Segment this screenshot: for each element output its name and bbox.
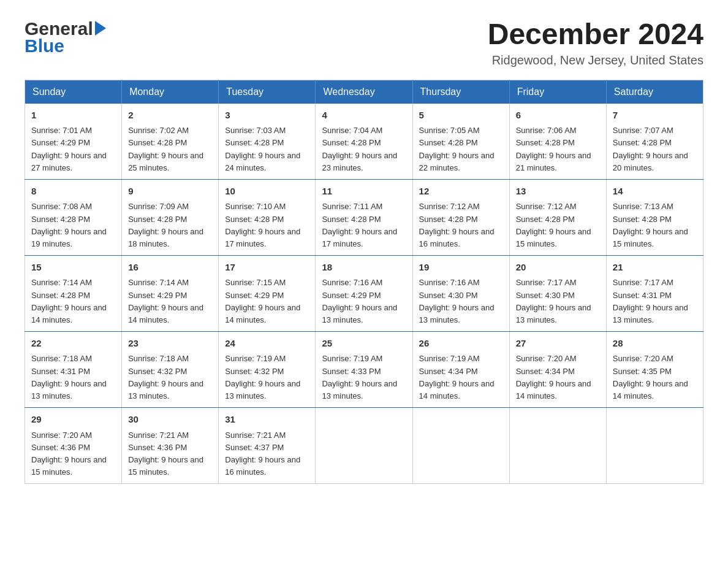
calendar-week-row: 1 Sunrise: 7:01 AMSunset: 4:29 PMDayligh… xyxy=(25,104,703,180)
day-info: Sunrise: 7:02 AMSunset: 4:28 PMDaylight:… xyxy=(128,126,203,172)
col-sunday: Sunday xyxy=(25,80,122,104)
day-info: Sunrise: 7:09 AMSunset: 4:28 PMDaylight:… xyxy=(128,202,203,248)
day-number: 23 xyxy=(128,337,212,351)
calendar-week-row: 29 Sunrise: 7:20 AMSunset: 4:36 PMDaylig… xyxy=(25,408,703,484)
day-info: Sunrise: 7:17 AMSunset: 4:31 PMDaylight:… xyxy=(613,278,688,324)
calendar-day-cell: 2 Sunrise: 7:02 AMSunset: 4:28 PMDayligh… xyxy=(122,104,219,180)
col-wednesday: Wednesday xyxy=(316,80,412,104)
day-number: 12 xyxy=(419,185,503,199)
day-number: 28 xyxy=(613,337,697,351)
day-number: 27 xyxy=(516,337,600,351)
day-number: 17 xyxy=(225,261,309,275)
day-number: 29 xyxy=(31,413,115,427)
calendar-day-cell: 21 Sunrise: 7:17 AMSunset: 4:31 PMDaylig… xyxy=(606,255,703,331)
day-number: 20 xyxy=(516,261,600,275)
day-info: Sunrise: 7:16 AMSunset: 4:29 PMDaylight:… xyxy=(322,278,397,324)
day-number: 14 xyxy=(613,185,697,199)
day-number: 1 xyxy=(31,109,115,123)
calendar-day-cell xyxy=(509,408,606,484)
day-number: 31 xyxy=(225,413,309,427)
logo-arrow-icon xyxy=(95,21,106,36)
day-number: 22 xyxy=(31,337,115,351)
day-info: Sunrise: 7:06 AMSunset: 4:28 PMDaylight:… xyxy=(516,126,591,172)
day-number: 7 xyxy=(613,109,697,123)
day-number: 4 xyxy=(322,109,406,123)
day-info: Sunrise: 7:03 AMSunset: 4:28 PMDaylight:… xyxy=(225,126,300,172)
col-thursday: Thursday xyxy=(412,80,509,104)
col-tuesday: Tuesday xyxy=(219,80,316,104)
header: General Blue December 2024 Ridgewood, Ne… xyxy=(25,18,703,67)
calendar-day-cell: 4 Sunrise: 7:04 AMSunset: 4:28 PMDayligh… xyxy=(316,104,412,180)
calendar-day-cell: 19 Sunrise: 7:16 AMSunset: 4:30 PMDaylig… xyxy=(412,255,509,331)
day-info: Sunrise: 7:14 AMSunset: 4:29 PMDaylight:… xyxy=(128,278,203,324)
day-number: 19 xyxy=(419,261,503,275)
day-number: 9 xyxy=(128,185,212,199)
calendar-day-cell: 13 Sunrise: 7:12 AMSunset: 4:28 PMDaylig… xyxy=(509,179,606,255)
calendar-day-cell: 16 Sunrise: 7:14 AMSunset: 4:29 PMDaylig… xyxy=(122,255,219,331)
day-info: Sunrise: 7:08 AMSunset: 4:28 PMDaylight:… xyxy=(31,202,107,248)
day-info: Sunrise: 7:13 AMSunset: 4:28 PMDaylight:… xyxy=(613,202,688,248)
calendar-day-cell: 31 Sunrise: 7:21 AMSunset: 4:37 PMDaylig… xyxy=(219,408,316,484)
calendar-day-cell: 23 Sunrise: 7:18 AMSunset: 4:32 PMDaylig… xyxy=(122,331,219,407)
calendar-week-row: 22 Sunrise: 7:18 AMSunset: 4:31 PMDaylig… xyxy=(25,331,703,407)
day-number: 11 xyxy=(322,185,406,199)
calendar-day-cell: 10 Sunrise: 7:10 AMSunset: 4:28 PMDaylig… xyxy=(219,179,316,255)
calendar-day-cell: 26 Sunrise: 7:19 AMSunset: 4:34 PMDaylig… xyxy=(412,331,509,407)
calendar-table: Sunday Monday Tuesday Wednesday Thursday… xyxy=(25,80,703,484)
day-number: 13 xyxy=(516,185,600,199)
calendar-day-cell: 17 Sunrise: 7:15 AMSunset: 4:29 PMDaylig… xyxy=(219,255,316,331)
day-number: 5 xyxy=(419,109,503,123)
calendar-week-row: 15 Sunrise: 7:14 AMSunset: 4:28 PMDaylig… xyxy=(25,255,703,331)
day-number: 16 xyxy=(128,261,212,275)
calendar-day-cell: 9 Sunrise: 7:09 AMSunset: 4:28 PMDayligh… xyxy=(122,179,219,255)
day-number: 3 xyxy=(225,109,309,123)
day-info: Sunrise: 7:19 AMSunset: 4:32 PMDaylight:… xyxy=(225,354,300,400)
day-number: 2 xyxy=(128,109,212,123)
calendar-day-cell: 28 Sunrise: 7:20 AMSunset: 4:35 PMDaylig… xyxy=(606,331,703,407)
calendar-day-cell: 18 Sunrise: 7:16 AMSunset: 4:29 PMDaylig… xyxy=(316,255,412,331)
col-monday: Monday xyxy=(122,80,219,104)
calendar-day-cell: 12 Sunrise: 7:12 AMSunset: 4:28 PMDaylig… xyxy=(412,179,509,255)
day-info: Sunrise: 7:18 AMSunset: 4:31 PMDaylight:… xyxy=(31,354,107,400)
day-info: Sunrise: 7:18 AMSunset: 4:32 PMDaylight:… xyxy=(128,354,203,400)
calendar-day-cell: 15 Sunrise: 7:14 AMSunset: 4:28 PMDaylig… xyxy=(25,255,122,331)
day-number: 15 xyxy=(31,261,115,275)
day-info: Sunrise: 7:12 AMSunset: 4:28 PMDaylight:… xyxy=(516,202,591,248)
logo-blue-text: Blue xyxy=(25,36,64,56)
day-info: Sunrise: 7:20 AMSunset: 4:36 PMDaylight:… xyxy=(31,431,107,477)
calendar-day-cell: 3 Sunrise: 7:03 AMSunset: 4:28 PMDayligh… xyxy=(219,104,316,180)
calendar-day-cell: 20 Sunrise: 7:17 AMSunset: 4:30 PMDaylig… xyxy=(509,255,606,331)
month-title: December 2024 xyxy=(488,18,703,51)
day-info: Sunrise: 7:15 AMSunset: 4:29 PMDaylight:… xyxy=(225,278,300,324)
day-info: Sunrise: 7:01 AMSunset: 4:29 PMDaylight:… xyxy=(31,126,107,172)
calendar-day-cell xyxy=(606,408,703,484)
day-info: Sunrise: 7:12 AMSunset: 4:28 PMDaylight:… xyxy=(419,202,495,248)
calendar-week-row: 8 Sunrise: 7:08 AMSunset: 4:28 PMDayligh… xyxy=(25,179,703,255)
calendar-day-cell: 7 Sunrise: 7:07 AMSunset: 4:28 PMDayligh… xyxy=(606,104,703,180)
day-number: 25 xyxy=(322,337,406,351)
logo: General Blue xyxy=(25,18,106,56)
day-info: Sunrise: 7:05 AMSunset: 4:28 PMDaylight:… xyxy=(419,126,495,172)
day-info: Sunrise: 7:21 AMSunset: 4:37 PMDaylight:… xyxy=(225,431,300,477)
calendar-day-cell: 6 Sunrise: 7:06 AMSunset: 4:28 PMDayligh… xyxy=(509,104,606,180)
day-info: Sunrise: 7:07 AMSunset: 4:28 PMDaylight:… xyxy=(613,126,688,172)
calendar-day-cell: 24 Sunrise: 7:19 AMSunset: 4:32 PMDaylig… xyxy=(219,331,316,407)
location-text: Ridgewood, New Jersey, United States xyxy=(488,53,703,67)
calendar-header-row: Sunday Monday Tuesday Wednesday Thursday… xyxy=(25,80,703,104)
day-number: 6 xyxy=(516,109,600,123)
day-number: 24 xyxy=(225,337,309,351)
calendar-day-cell: 1 Sunrise: 7:01 AMSunset: 4:29 PMDayligh… xyxy=(25,104,122,180)
day-info: Sunrise: 7:16 AMSunset: 4:30 PMDaylight:… xyxy=(419,278,495,324)
day-number: 8 xyxy=(31,185,115,199)
day-info: Sunrise: 7:11 AMSunset: 4:28 PMDaylight:… xyxy=(322,202,397,248)
day-number: 21 xyxy=(613,261,697,275)
day-info: Sunrise: 7:20 AMSunset: 4:35 PMDaylight:… xyxy=(613,354,688,400)
day-info: Sunrise: 7:20 AMSunset: 4:34 PMDaylight:… xyxy=(516,354,591,400)
calendar-day-cell: 14 Sunrise: 7:13 AMSunset: 4:28 PMDaylig… xyxy=(606,179,703,255)
day-info: Sunrise: 7:17 AMSunset: 4:30 PMDaylight:… xyxy=(516,278,591,324)
day-info: Sunrise: 7:14 AMSunset: 4:28 PMDaylight:… xyxy=(31,278,107,324)
day-number: 10 xyxy=(225,185,309,199)
col-saturday: Saturday xyxy=(606,80,703,104)
calendar-day-cell xyxy=(412,408,509,484)
day-number: 18 xyxy=(322,261,406,275)
